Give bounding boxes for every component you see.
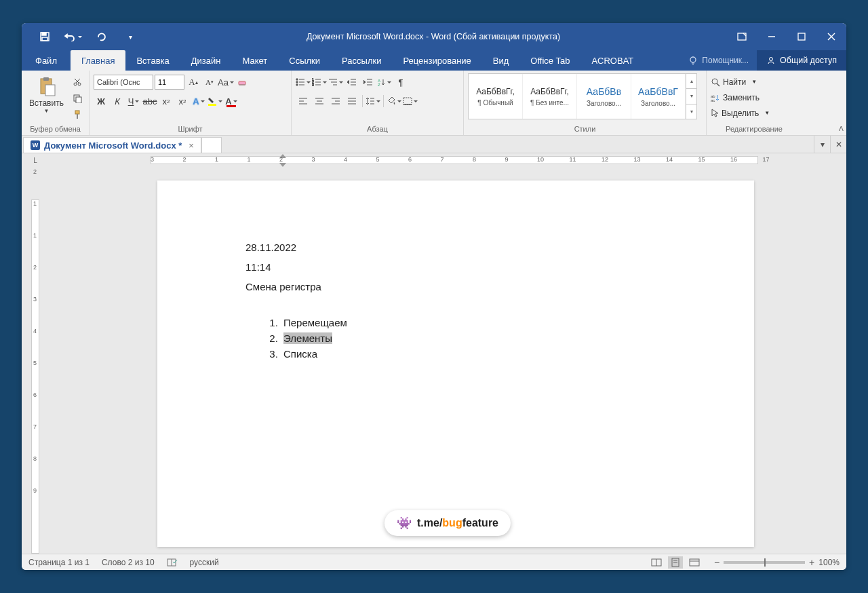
font-name-select[interactable]: [94, 75, 153, 90]
status-page[interactable]: Страница 1 из 1: [28, 558, 90, 567]
zoom-out-button[interactable]: −: [714, 557, 719, 568]
styles-gallery-scroll[interactable]: ▴▾▾: [686, 74, 696, 119]
align-left-icon: [298, 97, 308, 105]
zoom-slider[interactable]: [724, 561, 805, 564]
numbering-button[interactable]: 123: [312, 75, 327, 90]
document-tab[interactable]: W Документ Microsoft Word.docx * ×: [23, 137, 201, 153]
group-font: A▴ A▾ Aa Ж К Ч abc x2 x2 A A Шрифт: [90, 71, 292, 135]
decrease-indent-button[interactable]: [344, 75, 359, 90]
increase-font-button[interactable]: A▴: [186, 75, 201, 90]
tell-me-input[interactable]: Помощник...: [680, 56, 757, 65]
italic-button[interactable]: К: [110, 94, 125, 109]
tab-home[interactable]: Главная: [71, 50, 125, 71]
new-tab-stub[interactable]: [201, 137, 222, 153]
change-case-button[interactable]: Aa: [218, 75, 233, 90]
align-right-button[interactable]: [328, 94, 343, 109]
invader-icon: 👾: [397, 516, 412, 531]
cut-button[interactable]: [70, 75, 85, 90]
tab-mailings[interactable]: Рассылки: [331, 50, 392, 71]
status-proofing-icon[interactable]: [167, 558, 178, 567]
svg-point-15: [74, 83, 77, 85]
style-normal[interactable]: АаБбВвГг,¶ Обычный: [469, 74, 523, 119]
svg-rect-25: [208, 104, 216, 106]
undo-button[interactable]: [64, 27, 83, 46]
minimize-button[interactable]: [757, 23, 787, 50]
zoom-in-button[interactable]: +: [809, 557, 814, 568]
close-button[interactable]: [816, 23, 846, 50]
styles-gallery[interactable]: АаБбВвГг,¶ Обычный АаБбВвГг,¶ Без инте..…: [468, 73, 697, 119]
style-heading2[interactable]: АаБбВвГЗаголово...: [631, 74, 686, 119]
vertical-ruler[interactable]: 21123456789: [22, 167, 49, 554]
svg-point-66: [712, 79, 717, 84]
file-tab[interactable]: Файл: [22, 50, 71, 71]
superscript-button[interactable]: x2: [175, 94, 190, 109]
tab-insert[interactable]: Вставка: [125, 50, 180, 71]
show-marks-button[interactable]: ¶: [393, 75, 408, 90]
ribbon-display-options-button[interactable]: [727, 23, 757, 50]
select-button[interactable]: Выделить▼: [711, 106, 770, 120]
text-effects-button[interactable]: A: [191, 94, 206, 109]
tab-design[interactable]: Дизайн: [180, 50, 232, 71]
borders-button[interactable]: [403, 94, 418, 109]
document-tab-close[interactable]: ×: [189, 140, 194, 151]
qat-customize-button[interactable]: ▾: [121, 27, 140, 46]
justify-button[interactable]: [344, 94, 359, 109]
subscript-button[interactable]: x2: [159, 94, 174, 109]
tab-acrobat[interactable]: ACROBAT: [580, 50, 644, 71]
group-clipboard: Вставить ▼ Буфер обмена: [22, 71, 90, 135]
save-button[interactable]: [35, 27, 54, 46]
redo-button[interactable]: [92, 27, 111, 46]
doc-tab-close-all[interactable]: ✕: [830, 136, 846, 153]
tab-review[interactable]: Рецензирование: [392, 50, 481, 71]
clear-formatting-button[interactable]: [235, 75, 250, 90]
style-heading1[interactable]: АаБбВвЗаголово...: [577, 74, 631, 119]
status-words[interactable]: Слово 2 из 10: [102, 558, 155, 567]
justify-icon: [347, 97, 357, 105]
sort-button[interactable]: AZ: [377, 75, 392, 90]
collapse-ribbon-button[interactable]: ᐱ: [839, 125, 844, 132]
multilevel-list-button[interactable]: [328, 75, 343, 90]
highlight-button[interactable]: [208, 94, 222, 109]
view-web-layout[interactable]: [687, 556, 702, 569]
underline-button[interactable]: Ч: [126, 94, 141, 109]
share-icon: [766, 56, 776, 65]
status-language[interactable]: русский: [190, 558, 219, 567]
tab-office-tab[interactable]: Office Tab: [519, 50, 580, 71]
style-no-spacing[interactable]: АаБбВвГг,¶ Без инте...: [523, 74, 577, 119]
doc-tab-dropdown[interactable]: ▾: [814, 136, 830, 153]
svg-rect-5: [798, 33, 805, 40]
book-check-icon: [167, 558, 178, 567]
document-page[interactable]: 28.11.2022 11:14 Смена регистра Перемеща…: [157, 180, 754, 547]
tab-references[interactable]: Ссылки: [278, 50, 331, 71]
align-center-button[interactable]: [312, 94, 327, 109]
find-button[interactable]: Найти▼: [711, 75, 757, 89]
format-painter-button[interactable]: [70, 107, 85, 122]
tab-view[interactable]: Вид: [482, 50, 520, 71]
maximize-button[interactable]: [787, 23, 816, 50]
bold-button[interactable]: Ж: [94, 94, 108, 109]
share-button[interactable]: Общий доступ: [757, 50, 846, 71]
svg-text:ac: ac: [711, 98, 715, 102]
align-left-button[interactable]: [296, 94, 311, 109]
page-viewport[interactable]: 28.11.2022 11:14 Смена регистра Перемеща…: [49, 167, 846, 554]
replace-button[interactable]: abac Заменить: [711, 90, 760, 104]
copy-button[interactable]: [70, 91, 85, 106]
increase-indent-button[interactable]: [361, 75, 376, 90]
zoom-level[interactable]: 100%: [818, 558, 840, 567]
tab-layout[interactable]: Макет: [231, 50, 278, 71]
font-color-button[interactable]: A: [224, 94, 239, 109]
strikethrough-button[interactable]: abc: [142, 94, 157, 109]
line-spacing-button[interactable]: [366, 94, 380, 109]
svg-point-26: [296, 79, 298, 80]
view-read-mode[interactable]: [649, 556, 664, 569]
horizontal-ruler[interactable]: 3211234567891011121314151617: [49, 153, 846, 167]
view-print-layout[interactable]: [668, 556, 683, 569]
bullets-button[interactable]: [296, 75, 311, 90]
paste-button[interactable]: Вставить ▼: [26, 72, 67, 118]
font-size-select[interactable]: [155, 75, 184, 90]
svg-rect-64: [403, 98, 412, 104]
word-file-icon: W: [31, 140, 40, 150]
shading-button[interactable]: [387, 94, 401, 109]
decrease-font-button[interactable]: A▾: [202, 75, 217, 90]
tab-selector[interactable]: L: [22, 153, 49, 167]
